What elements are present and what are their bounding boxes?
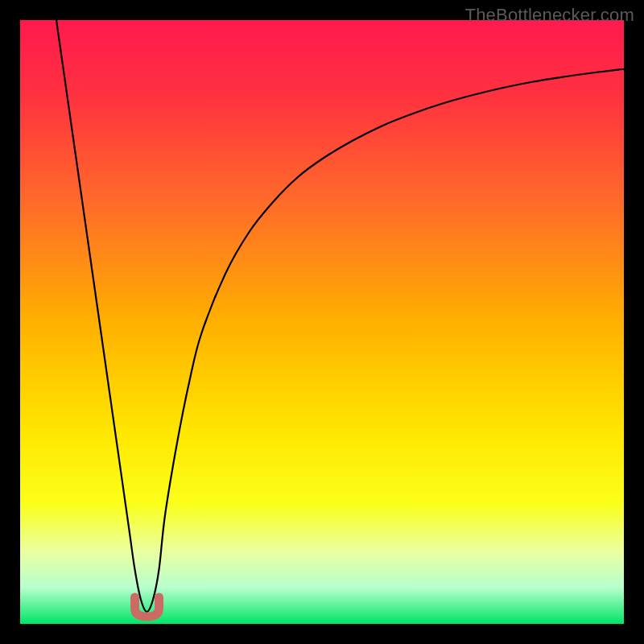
- watermark-text: TheBottlenecker.com: [465, 5, 634, 26]
- background-gradient: [20, 20, 624, 624]
- plot-area: [20, 20, 624, 624]
- chart-frame: TheBottlenecker.com: [0, 0, 644, 644]
- svg-rect-0: [20, 20, 624, 624]
